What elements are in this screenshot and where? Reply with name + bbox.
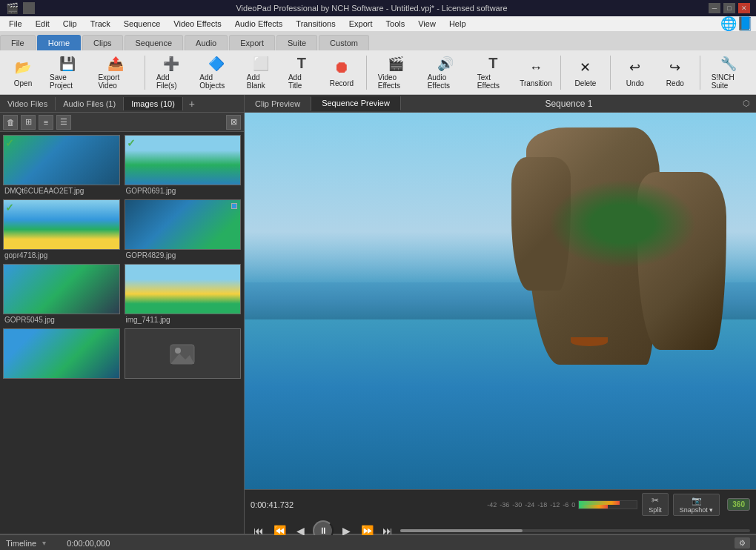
undo-button[interactable]: ↩ Undo (617, 53, 654, 92)
add-objects-icon: 🔷 (206, 56, 227, 72)
text-effects-icon: T (483, 55, 503, 72)
media-thumbnail (125, 199, 242, 250)
media-tab-audio[interactable]: Audio Files (1) (56, 97, 124, 110)
add-title-button[interactable]: T Add Title (283, 53, 320, 92)
media-filename: DMQt6CUEAAO2ET.jpg (3, 187, 120, 195)
menu-sequence[interactable]: Sequence (118, 18, 167, 30)
tab-file[interactable]: File (0, 35, 36, 50)
media-thumbnail (3, 328, 120, 379)
menu-bar: File Edit Clip Track Sequence Video Effe… (0, 16, 756, 31)
minimize-button[interactable]: ─ (709, 3, 720, 13)
undo-icon: ↩ (625, 57, 646, 78)
media-thumbnail: ✓ (3, 199, 120, 250)
360-button[interactable]: 360 (727, 498, 750, 511)
media-list-view-btn[interactable]: ≡ (39, 115, 53, 130)
expand-preview-button[interactable]: ⬡ (737, 99, 756, 108)
save-project-button[interactable]: 💾 Save Project (44, 53, 90, 92)
title-bar: 🎬 VideoPad Professional by NCH Software … (0, 0, 756, 16)
list-item[interactable]: GOPR4829.jpg (125, 199, 242, 259)
vegetation (548, 179, 697, 268)
nch-suite-button[interactable]: 🔧 S!NCH Suite (706, 53, 752, 92)
redo-button[interactable]: ↪ Redo (657, 53, 694, 92)
timeline-panel: Timeline ▾ 0:00:00,000 ⚙ 0:01:00,000 0:0… (0, 534, 756, 550)
menu-track[interactable]: Track (84, 18, 116, 30)
media-detail-view-btn[interactable]: ☰ (56, 115, 71, 130)
delete-button[interactable]: ✕ Delete (567, 53, 604, 92)
list-item[interactable]: ✓ gopr4718.jpg (3, 199, 120, 259)
open-button[interactable]: 📂 Open (4, 53, 42, 92)
toolbar-separator-2 (366, 56, 367, 90)
menu-help[interactable]: Help (443, 18, 472, 30)
transition-icon: ↔ (525, 57, 546, 78)
timeline-header: Timeline ▾ 0:00:00,000 ⚙ (0, 535, 756, 550)
boat (571, 337, 608, 346)
window-controls: ─ □ ✕ (709, 3, 750, 13)
media-filename: gopr4718.jpg (3, 251, 120, 259)
tab-export[interactable]: Export (229, 35, 275, 50)
scrub-bar[interactable] (400, 529, 750, 532)
list-item[interactable] (125, 328, 242, 380)
text-effects-button[interactable]: T Text Effects (472, 53, 514, 92)
media-delete-btn[interactable]: 🗑 (3, 115, 18, 130)
media-grid-view-btn[interactable]: ⊞ (21, 115, 36, 130)
media-panel: Video Files Audio Files (1) Images (10) … (0, 95, 245, 534)
menu-export[interactable]: Export (343, 18, 379, 30)
window-title: VideoPad Professional by NCH Software - … (35, 4, 709, 13)
preview-tab-bar: Clip Preview Sequence Preview Sequence 1… (245, 95, 756, 113)
record-button[interactable]: ⏺ Record (323, 53, 360, 92)
media-tab-video[interactable]: Video Files (0, 97, 56, 110)
media-check-mark: ✓ (5, 202, 14, 213)
menu-audio-effects[interactable]: Audio Effects (229, 18, 289, 30)
list-item[interactable]: ✓ GOPR0691.jpg (125, 135, 242, 195)
snapshot-button[interactable]: 📷 Snapshot ▾ (673, 494, 720, 516)
delete-icon: ✕ (575, 57, 596, 78)
maximize-button[interactable]: □ (723, 3, 735, 13)
menu-view[interactable]: View (412, 18, 442, 30)
tab-suite[interactable]: Suite (276, 35, 317, 50)
add-blank-button[interactable]: ⬜ Add Blank (242, 53, 280, 92)
main-toolbar: 📂 Open 💾 Save Project 📤 Export Video ➕ A… (0, 50, 756, 95)
list-item[interactable] (3, 328, 120, 380)
split-button[interactable]: ✂ Split (642, 493, 669, 516)
window-icons (23, 2, 35, 14)
media-check-mark: ✓ (5, 137, 14, 149)
nch-suite-icon: 🔧 (718, 56, 739, 72)
menu-edit[interactable]: Edit (30, 18, 56, 30)
open-icon: 📂 (13, 57, 33, 78)
main-tab-bar: File Home Clips Sequence Audio Export Su… (0, 31, 756, 50)
tab-custom[interactable]: Custom (319, 35, 369, 50)
add-media-tab-button[interactable]: + (183, 96, 201, 112)
timeline-settings[interactable]: ⚙ (735, 537, 750, 549)
media-options-btn[interactable]: ⊠ (226, 115, 241, 130)
add-objects-button[interactable]: 🔷 Add Objects (194, 53, 239, 92)
tab-clips[interactable]: Clips (82, 35, 122, 50)
list-item[interactable]: GOPR5045.jpg (3, 264, 120, 324)
preview-panel: Clip Preview Sequence Preview Sequence 1… (245, 95, 756, 534)
tab-home[interactable]: Home (37, 35, 81, 50)
sequence-preview-tab[interactable]: Sequence Preview (311, 96, 401, 111)
tab-sequence[interactable]: Sequence (125, 35, 184, 50)
menu-transitions[interactable]: Transitions (290, 18, 341, 30)
video-effects-button[interactable]: 🎬 Video Effects (373, 53, 420, 92)
media-grid: ✓ DMQt6CUEAAO2ET.jpg ✓ GOPR0691.jpg ✓ go… (0, 132, 244, 534)
export-video-button[interactable]: 📤 Export Video (93, 53, 139, 92)
transition-button[interactable]: ↔ Transition (517, 53, 554, 92)
preview-timecode: 0:00:41.732 (251, 500, 294, 509)
menu-tools[interactable]: Tools (380, 18, 411, 30)
list-item[interactable]: ✓ DMQt6CUEAAO2ET.jpg (3, 135, 120, 195)
list-item[interactable]: img_7411.jpg (125, 264, 242, 324)
redo-icon: ↪ (665, 57, 686, 78)
menu-file[interactable]: File (3, 18, 28, 30)
timeline-dropdown[interactable]: ▾ (42, 539, 46, 547)
tab-audio[interactable]: Audio (185, 35, 228, 50)
timeline-current-time: 0:00:00,000 (67, 539, 394, 548)
menu-clip[interactable]: Clip (57, 18, 83, 30)
menu-video-effects[interactable]: Video Effects (168, 18, 227, 30)
toolbar-separator-5 (700, 56, 700, 90)
close-button[interactable]: ✕ (738, 3, 750, 13)
audio-effects-button[interactable]: 🔊 Audio Effects (422, 53, 469, 92)
preview-controls-bar: 0:00:41.732 -42-36-30-24-18-12-60 ✂ Spli… (245, 489, 756, 534)
add-files-button[interactable]: ➕ Add File(s) (151, 53, 191, 92)
clip-preview-tab[interactable]: Clip Preview (245, 97, 311, 110)
media-tab-images[interactable]: Images (10) (124, 97, 183, 110)
